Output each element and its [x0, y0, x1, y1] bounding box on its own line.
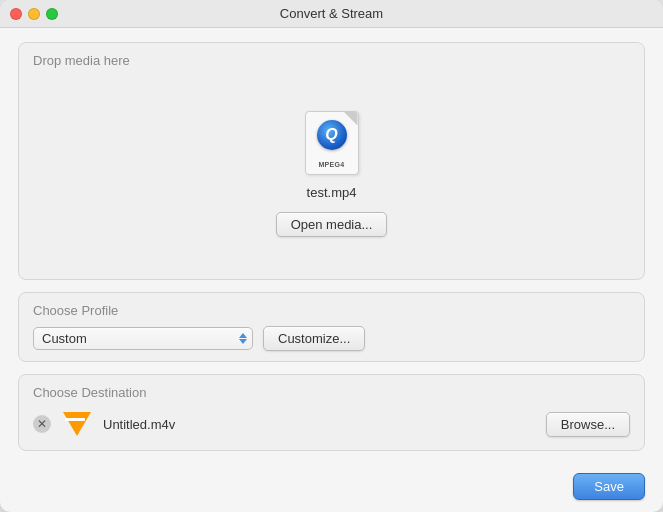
- vlc-cone: [63, 412, 91, 436]
- titlebar: Convert & Stream: [0, 0, 663, 28]
- x-icon: ✕: [37, 417, 47, 431]
- profile-select-wrapper: Custom: [33, 327, 253, 350]
- minimize-button[interactable]: [28, 8, 40, 20]
- window-controls: [10, 8, 58, 20]
- drop-area[interactable]: MPEG4 test.mp4 Open media...: [33, 76, 630, 269]
- profile-select[interactable]: Custom: [33, 327, 253, 350]
- close-button[interactable]: [10, 8, 22, 20]
- vlc-cone-stripe: [65, 418, 85, 421]
- destination-filename: Untitled.m4v: [103, 417, 536, 432]
- file-icon-corner: [344, 112, 358, 126]
- profile-section-title: Choose Profile: [33, 303, 630, 318]
- file-type-label: MPEG4: [318, 161, 344, 168]
- remove-destination-button[interactable]: ✕: [33, 415, 51, 433]
- choose-profile-section: Choose Profile Custom Customize...: [18, 292, 645, 362]
- save-button[interactable]: Save: [573, 473, 645, 500]
- vlc-icon: [61, 408, 93, 440]
- browse-button[interactable]: Browse...: [546, 412, 630, 437]
- file-icon-bg: MPEG4: [305, 111, 359, 175]
- drop-media-title: Drop media here: [33, 53, 630, 68]
- maximize-button[interactable]: [46, 8, 58, 20]
- choose-destination-section: Choose Destination ✕ Untitled.m4v Browse…: [18, 374, 645, 451]
- main-content: Drop media here MPEG4 test.mp4 Open medi…: [0, 28, 663, 465]
- profile-row: Custom Customize...: [33, 326, 630, 351]
- bottom-bar: Save: [0, 465, 663, 512]
- main-window: Convert & Stream Drop media here MPEG4 t…: [0, 0, 663, 512]
- drop-media-section[interactable]: Drop media here MPEG4 test.mp4 Open medi…: [18, 42, 645, 280]
- destination-section-title: Choose Destination: [33, 385, 630, 400]
- customize-button[interactable]: Customize...: [263, 326, 365, 351]
- quicktime-icon: [317, 120, 347, 150]
- window-title: Convert & Stream: [280, 6, 383, 21]
- file-icon: MPEG4: [302, 109, 362, 177]
- destination-row: ✕ Untitled.m4v Browse...: [33, 408, 630, 440]
- open-media-button[interactable]: Open media...: [276, 212, 388, 237]
- media-filename: test.mp4: [307, 185, 357, 200]
